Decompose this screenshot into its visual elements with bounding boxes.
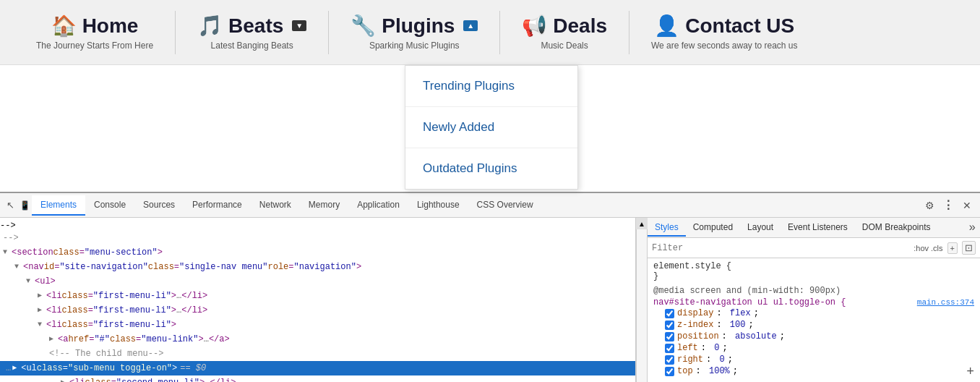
- styles-tab-more[interactable]: »: [964, 221, 980, 234]
- style-prop-display: display: flex;: [653, 307, 974, 319]
- checkbox-right[interactable]: [665, 355, 674, 365]
- prop-val-display: flex: [730, 308, 751, 318]
- html-line-ul[interactable]: ▼ <ul>: [0, 274, 635, 289]
- tab-css-overview[interactable]: CSS Overview: [468, 195, 542, 216]
- nav-item-contact[interactable]: 👤 Contact US We are few seconds away to …: [629, 0, 820, 64]
- beats-label: Beats: [228, 14, 283, 38]
- devtools-mobile-icon[interactable]: 📱: [17, 198, 32, 213]
- home-icon: 🏠: [51, 14, 77, 38]
- html-line-section[interactable]: ▼ <section class="menu-section">: [0, 245, 635, 260]
- media-query-label: @media screen and (min-width: 900px): [653, 286, 974, 296]
- prop-val-right: 0: [719, 355, 724, 365]
- devtools-panel: ↖ 📱 Elements Console Sources Performance…: [0, 192, 980, 382]
- prop-name-top: top: [677, 366, 693, 376]
- devtools-settings-icon[interactable]: ⚙: [922, 198, 937, 213]
- dropdown-item-newly-added[interactable]: Newly Added: [405, 107, 577, 148]
- tab-application[interactable]: Application: [348, 195, 408, 216]
- source-link[interactable]: main.css:374: [917, 298, 974, 307]
- style-prop-top: top: 100%;: [653, 365, 974, 377]
- html-line-a[interactable]: ▶ <a href="#" class="menu-link">…</a>: [0, 332, 635, 347]
- element-style-block: element.style { }: [653, 261, 974, 281]
- tab-performance[interactable]: Performance: [184, 195, 251, 216]
- html-panel: --> --> ▼ <section class="menu-section">…: [0, 218, 636, 382]
- prop-name-right: right: [677, 355, 703, 365]
- html-line-li1[interactable]: ▶ <li class="first-menu-li">…</li>: [0, 289, 635, 303]
- style-prop-zindex: z-index: 100;: [653, 319, 974, 331]
- prop-val-position: absolute: [735, 331, 777, 341]
- css-selector[interactable]: nav#site-navigation ul ul.toggle-on { ma…: [653, 297, 974, 307]
- checkbox-position[interactable]: [665, 332, 674, 341]
- checkbox-left[interactable]: [665, 344, 674, 353]
- prop-val-top: 100%: [709, 366, 730, 376]
- styles-tab-dom-breakpoints[interactable]: DOM Breakpoints: [855, 219, 938, 237]
- devtools-vertical-dots-icon[interactable]: ⋮: [941, 198, 955, 213]
- html-line-li2[interactable]: ▶ <li class="first-menu-li">…</li>: [0, 303, 635, 318]
- plugins-dropdown-menu: Trending Plugins Newly Added Outdated Pl…: [405, 65, 578, 190]
- html-line-comment: -->: [0, 231, 635, 245]
- deals-label: Deals: [553, 14, 607, 38]
- html-line-li3[interactable]: ▼ <li class="first-menu-li">: [0, 318, 635, 332]
- styles-panel: Styles Computed Layout Event Listeners D…: [648, 218, 980, 382]
- tab-sources[interactable]: Sources: [134, 195, 184, 216]
- checkbox-display[interactable]: [665, 309, 674, 318]
- contact-icon: 👤: [654, 14, 679, 38]
- nav-item-deals[interactable]: 📢 Deals Music Deals: [500, 0, 629, 64]
- element-style-close: }: [653, 271, 974, 281]
- html-line-sml1[interactable]: ▶ <li class="second-menu-li">…</li>: [0, 375, 635, 382]
- checkbox-zindex[interactable]: [665, 321, 674, 330]
- add-new-style-btn[interactable]: +: [966, 365, 974, 379]
- contact-subtitle: We are few seconds away to reach us: [651, 41, 798, 51]
- styles-tab-styles[interactable]: Styles: [648, 219, 686, 237]
- prop-name-display: display: [677, 308, 713, 318]
- contact-label: Contact US: [685, 14, 794, 38]
- plugins-icon: 🔧: [351, 14, 376, 38]
- media-query-block: @media screen and (min-width: 900px) nav…: [653, 286, 974, 377]
- styles-tab-computed[interactable]: Computed: [686, 219, 740, 237]
- devtools-tabs-bar: ↖ 📱 Elements Console Sources Performance…: [0, 193, 980, 218]
- tab-elements[interactable]: Elements: [32, 195, 85, 216]
- deals-subtitle: Music Deals: [541, 41, 588, 51]
- filter-pseudo-label[interactable]: :hov .cls: [914, 244, 942, 252]
- tab-memory[interactable]: Memory: [300, 195, 348, 216]
- tab-lighthouse[interactable]: Lighthouse: [408, 195, 468, 216]
- plugins-dropdown-arrow[interactable]: ▲: [463, 20, 478, 31]
- prop-name-position: position: [677, 331, 719, 341]
- prop-val-left: 0: [714, 343, 719, 353]
- style-prop-right: right: 0;: [653, 354, 974, 365]
- beats-icon: 🎵: [197, 14, 223, 38]
- filter-expand-btn[interactable]: ⊡: [962, 241, 976, 255]
- prop-name-zindex: z-index: [677, 320, 713, 330]
- devtools-close-icon[interactable]: ✕: [960, 198, 974, 213]
- home-subtitle: The Journey Starts From Here: [36, 41, 153, 51]
- plugins-label: Plugins: [382, 14, 455, 38]
- html-line-nav[interactable]: ▼ <nav id="site-navigation" class="singl…: [0, 260, 635, 274]
- styles-filter-input[interactable]: [652, 243, 909, 253]
- html-line-child-comment: <!-- The child menu-->: [0, 347, 635, 361]
- devtools-pointer-icon[interactable]: ↖: [3, 198, 17, 213]
- selector-text: nav#site-navigation ul ul.toggle-on {: [653, 297, 846, 307]
- beats-subtitle: Latest Banging Beats: [211, 41, 293, 51]
- scroll-up-btn[interactable]: ▲: [636, 218, 648, 229]
- filter-cls-btn[interactable]: +: [947, 242, 958, 254]
- deals-icon: 📢: [522, 14, 547, 38]
- tab-network[interactable]: Network: [251, 195, 300, 216]
- nav-bar: 🏠 Home The Journey Starts From Here 🎵 Be…: [0, 0, 980, 65]
- nav-item-plugins[interactable]: 🔧 Plugins ▲ Sparking Music Plugins: [329, 0, 499, 64]
- element-style-label: element.style {: [653, 261, 974, 271]
- styles-filter-bar: :hov .cls + ⊡: [648, 238, 980, 258]
- styles-tab-event-listeners[interactable]: Event Listeners: [781, 219, 855, 237]
- nav-item-beats[interactable]: 🎵 Beats ▼ Latest Banging Beats: [176, 0, 328, 64]
- prop-val-zindex: 100: [730, 320, 746, 330]
- styles-tab-layout[interactable]: Layout: [740, 219, 781, 237]
- checkbox-top[interactable]: [665, 367, 674, 376]
- plugins-subtitle: Sparking Music Plugins: [369, 41, 460, 51]
- devtools-body: --> --> ▼ <section class="menu-section">…: [0, 218, 980, 382]
- beats-dropdown-arrow[interactable]: ▼: [292, 20, 306, 31]
- dropdown-item-trending[interactable]: Trending Plugins: [405, 66, 577, 107]
- dropdown-item-outdated[interactable]: Outdated Plugins: [405, 148, 577, 189]
- styles-tabs-bar: Styles Computed Layout Event Listeners D…: [648, 218, 980, 238]
- nav-item-home[interactable]: 🏠 Home The Journey Starts From Here: [14, 0, 175, 64]
- scroll-divider: ▲: [636, 218, 648, 382]
- tab-console[interactable]: Console: [85, 195, 134, 216]
- html-line-submenu[interactable]: … ▶ <ul class="sub-menu toggle-on"> == $…: [0, 361, 635, 375]
